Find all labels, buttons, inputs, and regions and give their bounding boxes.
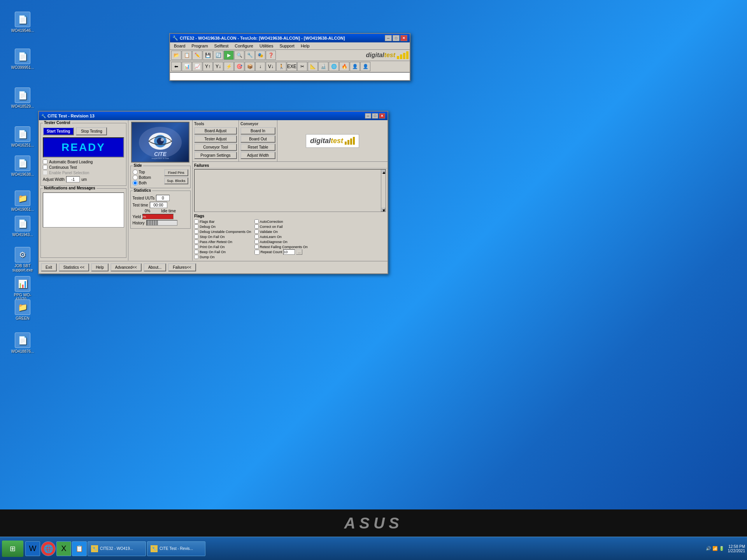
desktop-icon-10[interactable]: 📁 GREEN bbox=[7, 299, 38, 320]
test-time-input[interactable] bbox=[150, 202, 167, 208]
print-on-fail-checkbox[interactable] bbox=[194, 245, 198, 249]
statistics-button[interactable]: Statistics << bbox=[59, 263, 89, 271]
desktop-icon-7[interactable]: 📄 WO41943... bbox=[7, 216, 38, 237]
taskbar-excel-icon[interactable]: X bbox=[56, 541, 71, 556]
tb2-btn-17[interactable]: 🔥 bbox=[339, 62, 349, 71]
retest-failing-checkbox[interactable] bbox=[254, 245, 259, 249]
tb2-btn-6[interactable]: ⚡ bbox=[224, 62, 234, 71]
toolbar-btn-2[interactable]: 📋 bbox=[182, 51, 192, 60]
reset-table-button[interactable]: Reset Table bbox=[240, 144, 275, 151]
side-top-radio[interactable] bbox=[133, 170, 138, 175]
help-button[interactable]: Help bbox=[91, 263, 109, 271]
fixed-pins-button[interactable]: Fixed Pins bbox=[164, 169, 188, 176]
repeat-count-input[interactable] bbox=[283, 249, 295, 255]
validate-on-checkbox[interactable] bbox=[254, 229, 259, 234]
pass-after-retest-checkbox[interactable] bbox=[194, 240, 198, 244]
tb2-btn-13[interactable]: ✂ bbox=[297, 62, 307, 71]
tb2-btn-7[interactable]: 🎯 bbox=[234, 62, 244, 71]
desktop-icon-4[interactable]: 📄 WO416251... bbox=[7, 126, 38, 147]
tb2-btn-16[interactable]: 🌐 bbox=[329, 62, 339, 71]
tb2-btn-12[interactable]: EXE bbox=[287, 62, 297, 71]
flags-bar-checkbox[interactable] bbox=[194, 219, 198, 224]
tester-adjust-button[interactable]: Tester Adjust bbox=[194, 135, 237, 143]
close-button[interactable]: ✕ bbox=[400, 35, 407, 41]
dump-on-checkbox[interactable] bbox=[194, 255, 198, 259]
repeat-count-checkbox[interactable] bbox=[254, 250, 260, 255]
tb2-btn-19[interactable]: 👤 bbox=[360, 62, 370, 71]
about-button[interactable]: About... bbox=[144, 263, 166, 271]
scrollbar-down[interactable]: ▼ bbox=[381, 208, 385, 212]
desktop-icon-1[interactable]: 📄 WO419546... bbox=[7, 12, 38, 33]
toolbar-btn-1[interactable]: 📂 bbox=[171, 51, 181, 60]
adjust-width-input[interactable] bbox=[66, 176, 80, 182]
menu-help[interactable]: Help bbox=[298, 43, 313, 49]
desktop-icon-11[interactable]: 📄 WO418876... bbox=[7, 332, 38, 354]
start-button[interactable]: ⊞ bbox=[2, 541, 23, 557]
menu-support[interactable]: Support bbox=[276, 43, 298, 49]
debug-unstable-checkbox[interactable] bbox=[194, 229, 198, 234]
tested-uuts-input[interactable] bbox=[156, 195, 170, 201]
taskbar-misc-icon[interactable]: 📋 bbox=[72, 541, 87, 556]
toolbar-btn-6[interactable]: ▶ bbox=[224, 51, 234, 60]
toolbar-btn-8[interactable]: 🔧 bbox=[245, 51, 255, 60]
cite-test-close[interactable]: ✕ bbox=[379, 113, 385, 119]
stop-on-fail-checkbox[interactable] bbox=[194, 234, 198, 239]
toolbar-btn-9[interactable]: 🎭 bbox=[255, 51, 265, 60]
tb2-btn-3[interactable]: 📈 bbox=[192, 62, 202, 71]
beep-on-fail-checkbox[interactable] bbox=[194, 250, 198, 254]
desktop-icon-6[interactable]: 📁 WO419051... bbox=[7, 191, 38, 212]
menu-board[interactable]: Board bbox=[171, 43, 188, 49]
menu-utilities[interactable]: Utilities bbox=[256, 43, 276, 49]
side-bottom-radio[interactable] bbox=[133, 175, 138, 180]
start-testing-button[interactable]: Start Testing bbox=[43, 127, 74, 135]
cite32-input[interactable] bbox=[172, 74, 408, 80]
desktop-icon-3[interactable]: 📄 WO418529... bbox=[7, 88, 38, 108]
tb2-btn-4[interactable]: Y↑ bbox=[203, 62, 213, 71]
toolbar-btn-3[interactable]: ✏️ bbox=[192, 51, 202, 60]
tb2-btn-8[interactable]: 📦 bbox=[245, 62, 255, 71]
autolearn-on-checkbox[interactable] bbox=[254, 234, 259, 239]
maximize-button[interactable]: □ bbox=[393, 35, 400, 41]
menu-configure[interactable]: Configure bbox=[231, 43, 256, 49]
conveyor-tool-button[interactable]: Conveyor Tool bbox=[194, 144, 237, 151]
tb2-btn-2[interactable]: 📊 bbox=[182, 62, 192, 71]
debug-on-checkbox[interactable] bbox=[194, 224, 198, 229]
desktop-icon-8[interactable]: ⚙ JOB SBT support.exe bbox=[7, 247, 38, 272]
cite-test-restore[interactable]: □ bbox=[372, 113, 378, 119]
board-out-button[interactable]: Board Out bbox=[240, 135, 275, 143]
repeat-count-btn[interactable]: ... bbox=[296, 249, 302, 255]
failures-scrollbar[interactable]: ▲ ▼ bbox=[381, 170, 386, 212]
tb2-btn-10[interactable]: V↓ bbox=[266, 62, 276, 71]
tb2-btn-14[interactable]: 📐 bbox=[308, 62, 318, 71]
taskbar-citetest-app[interactable]: 🔧 CITE Test - Revis... bbox=[147, 541, 205, 556]
toolbar-btn-7[interactable]: 🔍 bbox=[234, 51, 244, 60]
adjust-width-button[interactable]: Adjust Width bbox=[240, 152, 275, 159]
stop-testing-button[interactable]: Stop Testing bbox=[76, 127, 107, 135]
board-in-button[interactable]: Board In bbox=[240, 127, 275, 135]
toolbar-btn-5[interactable]: 🔄 bbox=[213, 51, 223, 60]
board-adjust-button[interactable]: Board Adjust bbox=[194, 127, 237, 135]
desktop-icon-5[interactable]: 📄 WO419638... bbox=[7, 156, 38, 177]
cite-test-minimize[interactable]: ─ bbox=[365, 113, 371, 119]
tb2-btn-11[interactable]: 🚶 bbox=[276, 62, 286, 71]
desktop-icon-2[interactable]: 📄 WO399951... bbox=[7, 49, 38, 70]
sup-blocks-button[interactable]: Sup. Blocks bbox=[164, 177, 188, 184]
exit-button[interactable]: Exit bbox=[41, 263, 57, 271]
tb2-btn-9[interactable]: ↓ bbox=[255, 62, 265, 71]
side-both-radio[interactable] bbox=[133, 180, 138, 186]
tb2-btn-15[interactable]: 🔬 bbox=[318, 62, 328, 71]
program-settings-button[interactable]: Program Settings bbox=[194, 152, 237, 159]
failures-button[interactable]: Failures<< bbox=[168, 263, 196, 271]
tb2-btn-18[interactable]: 👤 bbox=[350, 62, 360, 71]
correct-on-fail-checkbox[interactable] bbox=[254, 224, 259, 229]
taskbar-cite32-app[interactable]: 🔧 CITE32 - WO419... bbox=[88, 541, 146, 556]
autodiagnose-on-checkbox[interactable] bbox=[254, 240, 259, 244]
continuous-test-checkbox[interactable] bbox=[43, 165, 47, 170]
toolbar-btn-4[interactable]: 💾 bbox=[203, 51, 213, 60]
taskbar-chrome-icon[interactable]: 🌐 bbox=[41, 541, 56, 556]
scrollbar-up[interactable]: ▲ bbox=[382, 170, 386, 173]
desktop-icon-9[interactable]: 📊 PPG WO-41070... bbox=[7, 276, 38, 301]
autocorrection-checkbox[interactable] bbox=[254, 219, 259, 224]
auto-board-loading-checkbox[interactable] bbox=[43, 159, 47, 164]
toolbar-btn-10[interactable]: ❓ bbox=[266, 51, 276, 60]
